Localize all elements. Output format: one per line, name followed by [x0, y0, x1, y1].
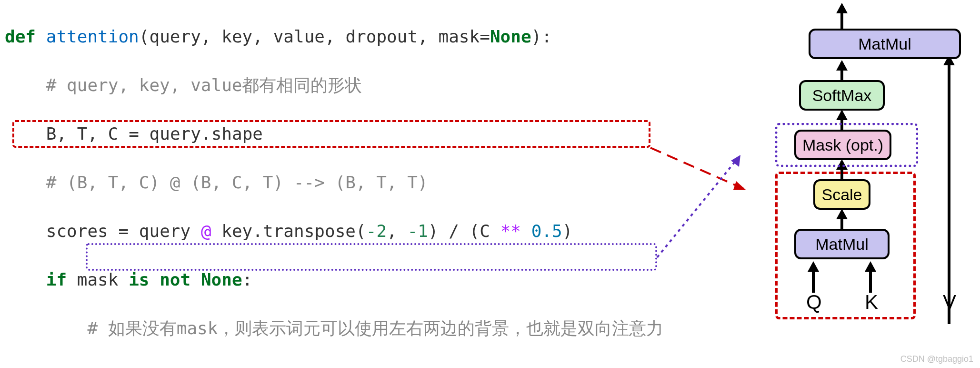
diagram-mask-group	[775, 123, 918, 167]
highlight-maskedfill-line	[86, 243, 657, 271]
arrow-softmax-matmul	[836, 60, 848, 71]
comment-shape: # query, key, value都有相同的形状	[5, 73, 738, 97]
kw-def: def	[5, 27, 36, 46]
arrow-out-top	[836, 3, 848, 13]
attention-diagram: MatMul SoftMax Mask (opt.) Scale MatMul …	[747, 0, 975, 367]
diagram-scale-matmul-group	[775, 172, 916, 319]
watermark: CSDN @tgbaggio1	[900, 354, 973, 364]
label-v: V	[943, 291, 956, 314]
arrow-mask-softmax	[836, 110, 848, 120]
v-line	[948, 43, 950, 324]
comment-mask-desc: # 如果没有mask，则表示词元可以使用左右两边的背景，也就是双向注意力	[5, 316, 738, 340]
fn-name: attention	[46, 27, 139, 46]
comment-mask-shape: # mask的形状是(T, T)	[5, 365, 738, 368]
code-block: def attention(query, key, value, dropout…	[5, 0, 738, 368]
block-softmax: SoftMax	[799, 80, 885, 111]
block-matmul-top: MatMul	[809, 29, 961, 59]
comment-matmul: # (B, T, C) @ (B, C, T) --> (B, T, T)	[5, 170, 738, 194]
highlight-scores-line	[12, 120, 650, 148]
